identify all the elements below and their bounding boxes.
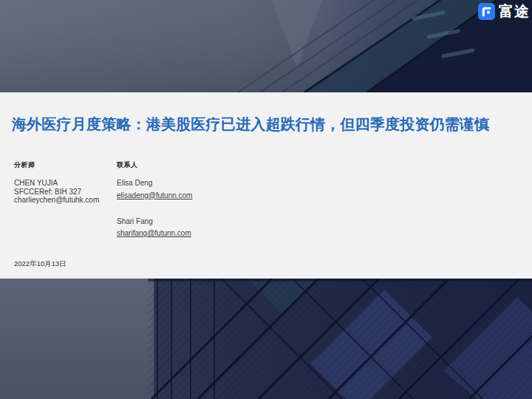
building-photo-top — [0, 0, 532, 92]
analyst-label: 分析师 — [14, 160, 117, 169]
contact-entry: Elisa Deng elisadeng@futunn.com — [117, 179, 265, 201]
analyst-credential: SFCCERef: BIH 327 — [14, 188, 117, 197]
futu-logo-text: 富途 — [499, 3, 530, 20]
people-row: 分析师 CHEN YUJIA SFCCERef: BIH 327 charlie… — [14, 160, 265, 255]
contact-email-link[interactable]: sharifang@futunn.com — [117, 229, 191, 238]
analyst-email: charlieychen@futuhk.com — [14, 196, 117, 205]
analyst-section: 分析师 CHEN YUJIA SFCCERef: BIH 327 charlie… — [14, 160, 117, 255]
contact-email-link[interactable]: elisadeng@futunn.com — [117, 191, 192, 200]
contact-name: Shari Fang — [117, 217, 265, 226]
contact-entry: Shari Fang sharifang@futunn.com — [117, 217, 265, 239]
contact-name: Elisa Deng — [117, 179, 265, 188]
top-banner-image: 富途 — [0, 0, 532, 92]
building-photo-bottom — [0, 279, 532, 399]
report-date: 2022年10月13日 — [14, 259, 66, 269]
report-title: 海外医疗月度策略：港美股医疗已进入超跌行情，但四季度投资仍需谨慎 — [12, 115, 489, 134]
futu-logo: 富途 — [478, 3, 530, 20]
cover-content: 海外医疗月度策略：港美股医疗已进入超跌行情，但四季度投资仍需谨慎 分析师 CHE… — [0, 92, 532, 279]
futu-f-icon — [478, 3, 495, 20]
report-cover-page: 富途 海外医疗月度策略：港美股医疗已进入超跌行情，但四季度投资仍需谨慎 分析师 … — [0, 0, 532, 399]
contact-label: 联系人 — [117, 160, 265, 169]
bottom-banner-image — [0, 279, 532, 399]
analyst-name: CHEN YUJIA — [14, 179, 117, 188]
contact-section: 联系人 Elisa Deng elisadeng@futunn.com Shar… — [117, 160, 265, 255]
